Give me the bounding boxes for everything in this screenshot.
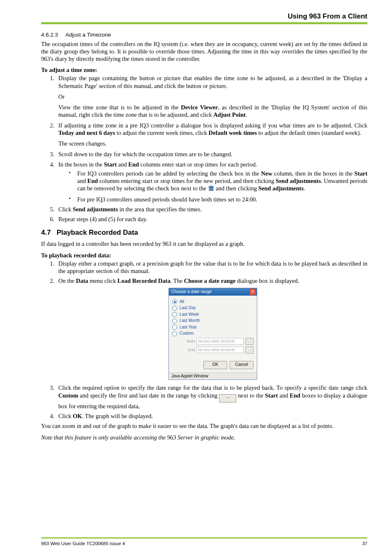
- screen-changes: The screen changes.: [58, 140, 367, 147]
- ellipsis-button-icon: ···: [219, 394, 236, 402]
- t: Click: [58, 413, 73, 419]
- radio-custom[interactable]: Custom: [172, 331, 254, 336]
- radio-last-month[interactable]: Last Month: [172, 318, 254, 324]
- custom-ref: Custom: [58, 392, 78, 399]
- cancel-button[interactable]: Cancel: [230, 361, 254, 369]
- new-col-ref: New: [261, 170, 272, 177]
- start-field[interactable]: 05-Dec-2005 00:00:00: [196, 338, 244, 345]
- t: menu click: [88, 278, 118, 284]
- t: column, then in the boxes in the: [272, 170, 355, 177]
- start-box-ref: Start: [265, 392, 278, 399]
- t: Click the required option to specify the…: [58, 384, 367, 391]
- trash-icon: [208, 185, 214, 193]
- ok-button[interactable]: OK: [203, 361, 227, 369]
- dialog-screenshot: Choose a date range × All Last Day Last …: [58, 288, 367, 380]
- radio-last-day[interactable]: Last Day: [172, 305, 254, 311]
- bullet-iq3: For IQ3 controllers periods can be added…: [68, 170, 367, 193]
- radio-last-year[interactable]: Last Year: [172, 325, 254, 330]
- step-3: Scroll down to the day for which the occ…: [56, 150, 367, 158]
- device-viewer-ref: Device Viewer: [181, 104, 218, 111]
- radio-icon: [172, 325, 177, 330]
- end-box-ref: End: [290, 392, 300, 399]
- step-text: Display the page containing the button o…: [58, 75, 367, 89]
- start-picker-button[interactable]: ...: [245, 338, 254, 345]
- end-col-ref: End: [128, 161, 139, 168]
- section-number: 4.6.2.3: [41, 32, 58, 38]
- dialog-titlebar: Choose a date range ×: [169, 288, 257, 296]
- t: .: [304, 185, 305, 192]
- default-week-ref: Default week times: [209, 130, 257, 136]
- t: If adjusting a time zone in a pre IQ3 co…: [58, 122, 367, 129]
- footer-divider: [41, 537, 367, 539]
- adjust-timezone-steps: Display the page containing the button o…: [53, 74, 367, 223]
- pb-step-1: Display either a compact graph, or a pre…: [56, 260, 367, 275]
- data-menu-ref: Data: [76, 278, 88, 284]
- section-4623-heading: 4.6.2.3Adjust a Timezone: [41, 32, 367, 38]
- page-header-section: Using 963 From a Client: [41, 12, 367, 21]
- t: For IQ3 controllers periods can be added…: [77, 170, 261, 177]
- t: to adjust the default times (standard we…: [257, 130, 361, 136]
- radio-icon: [172, 331, 177, 336]
- start-ref: Start: [355, 170, 367, 177]
- section-number: 4.7: [41, 229, 51, 236]
- load-recorded-ref: Load Recorded Data: [118, 278, 171, 284]
- footer-doc-id: 963 Web User Guide TC200685 Issue 4: [41, 541, 125, 546]
- graphic-mode-note: Note that this feature is only available…: [41, 434, 367, 441]
- close-icon[interactable]: ×: [249, 289, 256, 295]
- end-picker-button[interactable]: ...: [245, 347, 254, 354]
- ok-ref: OK: [73, 413, 82, 419]
- step-4: In the boxes in the Start and End column…: [56, 161, 367, 204]
- start-col-ref: Start: [104, 161, 117, 168]
- pb-step-4: Click OK. The graph will be displayed.: [56, 412, 367, 420]
- t: and: [278, 392, 290, 399]
- t: and then clicking: [216, 185, 258, 192]
- radio-icon: [172, 299, 177, 304]
- t: to adjust the current week times, click: [115, 130, 209, 136]
- radio-all[interactable]: All: [172, 299, 254, 305]
- page-footer: 963 Web User Guide TC200685 Issue 4 37: [41, 537, 367, 546]
- radio-icon: [172, 319, 177, 324]
- radio-icon: [172, 312, 177, 317]
- custom-end-row: End 05-Dec-2005 00:00:00 ...: [184, 347, 254, 354]
- or-text: Or: [58, 93, 367, 100]
- section-title: Playback Recorded Data: [57, 229, 138, 236]
- t: and: [117, 161, 128, 168]
- section-47-intro: If data logged in a controller has been …: [41, 240, 367, 247]
- t: View the time zone that is to be adjuste…: [58, 104, 181, 111]
- radio-icon: [172, 306, 177, 311]
- footer-page-number: 37: [362, 541, 367, 546]
- step-2: If adjusting a time zone in a pre IQ3 co…: [56, 122, 367, 147]
- pb-step-2: On the Data menu click Load Recorded Dat…: [56, 277, 367, 380]
- step-5: Click Send adjustments in the area that …: [56, 206, 367, 213]
- start-label: Start: [184, 339, 195, 344]
- radio-label: Last Month: [180, 318, 200, 324]
- radio-label: All: [180, 299, 184, 305]
- section-4623-intro: The occupation times of the controllers …: [41, 40, 367, 62]
- t: in the area that specifies the times.: [118, 206, 202, 213]
- t: . The: [171, 278, 184, 284]
- procedure-title: To adjust a time zone:: [41, 67, 367, 74]
- section-47-heading: 4.7Playback Recorded Data: [41, 229, 367, 237]
- end-label: End: [184, 347, 195, 352]
- t: Click: [58, 206, 73, 213]
- svg-rect-5: [210, 186, 212, 187]
- step-6: Repeat steps (4) and (5) for each day.: [56, 215, 367, 223]
- procedure-title-2: To playback recorded data:: [41, 252, 367, 259]
- t: In the boxes in the: [58, 161, 104, 168]
- radio-label: Last Day: [180, 305, 196, 311]
- send-adj-btn-ref: Send adjustments: [73, 206, 118, 213]
- bullet-pre-iq3: For pre IQ3 controllers unused periods s…: [68, 196, 367, 203]
- header-divider: [41, 22, 367, 24]
- step-1-alt: View the time zone that is to be adjuste…: [58, 104, 367, 118]
- dialog-status-bar: Java Applet Window: [169, 372, 257, 380]
- send-adj-ref2: Send adjustments: [258, 185, 304, 192]
- radio-label: Custom: [180, 331, 194, 336]
- t: columns entering start or stop times for…: [98, 178, 275, 184]
- end-ref: End: [88, 178, 98, 184]
- t: and specify the first and last date in t…: [78, 392, 219, 399]
- end-field[interactable]: 05-Dec-2005 00:00:00: [196, 347, 244, 353]
- t: columns enter start or stop times for ea…: [139, 161, 257, 168]
- playback-steps: Display either a compact graph, or a pre…: [53, 260, 367, 420]
- radio-last-week[interactable]: Last Week: [172, 312, 254, 317]
- dialog-title-text: Choose a date range: [171, 289, 212, 294]
